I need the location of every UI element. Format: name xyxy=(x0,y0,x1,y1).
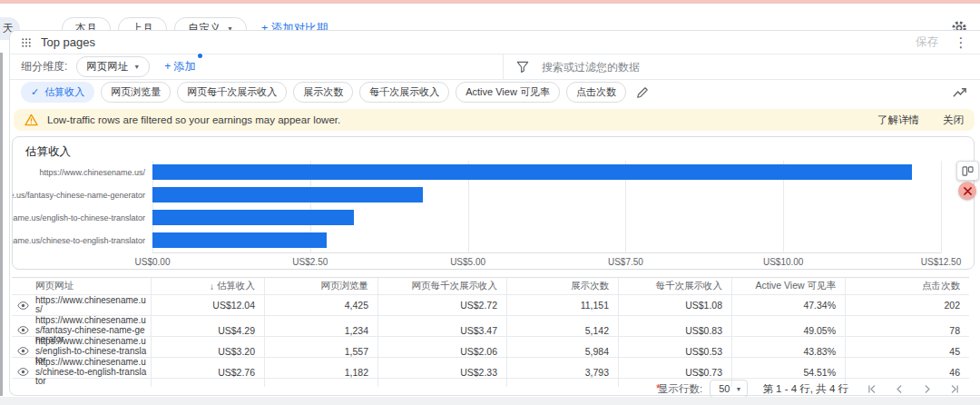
axis-tick: US$0.00 xyxy=(135,257,171,267)
save-button[interactable]: 保存 xyxy=(906,35,947,50)
chevron-down-icon: ▼ xyxy=(133,64,140,70)
chart-label: https://www.chinesename.us/fantasy-chine… xyxy=(13,183,152,206)
page-title: Top pages xyxy=(41,35,95,49)
rows-per-page-label: 显示行数: xyxy=(658,382,702,396)
chart-toggle-icon[interactable] xyxy=(952,84,967,100)
chart-label: https://www.chinesename.us/chinese-to-en… xyxy=(13,229,152,252)
cell-clicks: 202 xyxy=(845,295,969,315)
chart-title: 估算收入 xyxy=(13,137,974,161)
table-row: https://www.chinesename.us/english-to-ch… xyxy=(12,337,969,358)
bar-fantasy-generator xyxy=(152,187,423,202)
metric-chip-estimated-earnings[interactable]: ✓ 估算收入 xyxy=(21,82,94,103)
last-page-button[interactable] xyxy=(948,383,960,395)
close-overlay-button[interactable] xyxy=(958,182,976,200)
header-impression-rpm[interactable]: 每千次展示收入 xyxy=(618,278,731,294)
table-row: https://www.chinesename.us/chinese-to-en… xyxy=(12,358,969,379)
header-page-url[interactable]: 网页网址 xyxy=(12,278,151,294)
gridline xyxy=(941,161,942,253)
rows-per-page-select[interactable]: 50 ▼ xyxy=(710,380,748,398)
header-clicks[interactable]: 点击次数 xyxy=(845,278,969,294)
cell-impressions: 11,151 xyxy=(506,295,618,315)
cell-earnings: US$12.04 xyxy=(151,295,264,315)
axis-tick: US$7.50 xyxy=(608,257,643,267)
cell-page-rpm: US$2.72 xyxy=(377,295,506,315)
bar-chinese-to-english xyxy=(152,232,327,248)
breakdown-label: 细分维度: xyxy=(21,59,67,74)
filter-section xyxy=(503,54,980,79)
axis-tick: US$2.50 xyxy=(292,257,328,267)
screenshot-tool-button[interactable] xyxy=(956,161,979,181)
bar-row xyxy=(152,161,941,183)
estimated-earnings-chart: 估算收入 https://www.chinesename.us/ https:/… xyxy=(12,136,975,270)
sort-desc-icon: ↓ xyxy=(210,282,214,291)
low-traffic-warning-banner: Low-traffic rows are filtered so your ea… xyxy=(14,109,975,131)
eye-icon[interactable] xyxy=(17,300,29,311)
cell-impression-rpm: US$1.08 xyxy=(618,295,731,315)
header-page-rpm[interactable]: 网页每千次展示收入 xyxy=(377,278,506,294)
bar-row xyxy=(152,183,941,206)
bar-row xyxy=(152,206,941,229)
chart-body: https://www.chinesename.us/ https://www.… xyxy=(13,161,974,252)
notification-dot xyxy=(198,54,202,58)
cell-active-view: 47.34% xyxy=(731,295,845,315)
top-notification-strip xyxy=(0,0,980,4)
header-pageviews[interactable]: 网页浏览量 xyxy=(264,278,377,294)
prev-page-button[interactable] xyxy=(894,383,906,395)
check-icon: ✓ xyxy=(31,86,39,98)
eye-icon[interactable] xyxy=(17,324,29,336)
breakdown-row: 细分维度: 网页网址 ▼ + 添加 xyxy=(10,54,980,80)
banner-message: Low-traffic rows are filtered so your ea… xyxy=(47,114,340,125)
page-url: https://www.chinesename.us/ xyxy=(35,296,147,315)
metric-chip-impressions[interactable]: 展示次数 xyxy=(293,82,353,103)
footnote-asterisk: * xyxy=(656,382,661,395)
metric-chip-active-view[interactable]: Active View 可见率 xyxy=(456,82,560,103)
more-options-icon[interactable]: ⋮ xyxy=(953,35,969,51)
metric-chip-pageviews[interactable]: 网页浏览量 xyxy=(101,82,171,103)
drag-handle-icon[interactable] xyxy=(21,37,32,48)
page-background xyxy=(0,397,980,405)
header-impressions[interactable]: 展示次数 xyxy=(506,278,618,294)
add-dimension-label: + 添加 xyxy=(164,60,195,73)
eye-icon[interactable] xyxy=(17,345,29,357)
header-active-view[interactable]: Active View 可见率 xyxy=(731,278,845,294)
header-label: 估算收入 xyxy=(217,280,255,292)
warning-triangle-icon xyxy=(24,114,38,126)
cell-pageviews: 4,425 xyxy=(264,295,377,315)
top-pages-panel: Top pages 保存 ⋮ 细分维度: 网页网址 ▼ + 添加 ✓ 估算收入 xyxy=(9,30,980,396)
bar-homepage xyxy=(152,164,912,180)
bar-row xyxy=(152,229,941,252)
panel-header: Top pages 保存 ⋮ xyxy=(10,31,980,54)
filter-input[interactable] xyxy=(540,60,888,74)
metric-chip-page-rpm[interactable]: 网页每千次展示收入 xyxy=(177,82,287,103)
chart-category-labels: https://www.chinesename.us/ https://www.… xyxy=(13,161,152,252)
header-estimated-earnings[interactable]: ↓ 估算收入 xyxy=(151,278,264,294)
axis-tick: US$10.00 xyxy=(763,257,803,267)
chart-plot-area xyxy=(152,161,941,252)
metric-chip-clicks[interactable]: 点击次数 xyxy=(566,82,626,103)
chart-label: https://www.chinesename.us/ xyxy=(13,161,152,183)
chevron-down-icon: ▼ xyxy=(735,386,741,392)
bar-english-to-chinese xyxy=(152,210,354,225)
metric-chips-row: ✓ 估算收入 网页浏览量 网页每千次展示收入 展示次数 每千次展示收入 Acti… xyxy=(10,80,980,104)
axis-tick: US$5.00 xyxy=(450,257,485,267)
axis-tick: US$12.50 xyxy=(921,257,961,267)
dimension-select-value: 网页网址 xyxy=(86,60,128,74)
eye-icon[interactable] xyxy=(17,366,29,378)
chart-x-axis: US$0.00 US$2.50 US$5.00 US$7.50 US$10.00… xyxy=(152,252,941,270)
first-page-button[interactable] xyxy=(867,383,878,395)
table-row: https://www.chinesename.us/ US$12.04 4,4… xyxy=(12,295,969,316)
pagination-controls xyxy=(867,383,960,395)
add-dimension-button[interactable]: + 添加 xyxy=(164,59,195,74)
learn-more-link[interactable]: 了解详情 xyxy=(877,114,919,127)
table-row: https://www.chinesename.us/fantasy-chine… xyxy=(12,316,969,337)
chart-label: https://www.chinesename.us/english-to-ch… xyxy=(13,206,152,229)
filter-funnel-icon xyxy=(516,61,529,74)
metric-chip-impression-rpm[interactable]: 每千次展示收入 xyxy=(359,82,449,103)
next-page-button[interactable] xyxy=(921,383,933,395)
edit-metrics-pencil-icon[interactable] xyxy=(636,86,649,99)
top-pages-table: 网页网址 ↓ 估算收入 网页浏览量 网页每千次展示收入 展示次数 每千次展示收入… xyxy=(12,277,969,400)
dimension-select[interactable]: 网页网址 ▼ xyxy=(76,56,150,77)
dismiss-banner-link[interactable]: 关闭 xyxy=(943,114,964,127)
metric-chip-label: 估算收入 xyxy=(44,85,84,99)
left-scroll-strip[interactable] xyxy=(0,53,3,396)
